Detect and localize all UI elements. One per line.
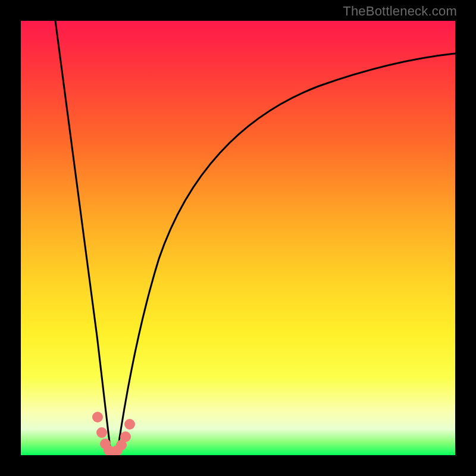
svg-point-1 (96, 427, 107, 438)
curve-right-branch (118, 54, 455, 449)
valley-dots (92, 412, 135, 455)
curve-overlay (21, 21, 455, 455)
svg-point-7 (120, 431, 131, 442)
chart-frame: TheBottleneck.com (0, 0, 476, 476)
plot-area (21, 21, 455, 455)
curve-left-branch (55, 21, 111, 452)
watermark-text: TheBottleneck.com (343, 4, 457, 19)
svg-point-8 (124, 419, 135, 430)
svg-point-0 (92, 412, 103, 422)
